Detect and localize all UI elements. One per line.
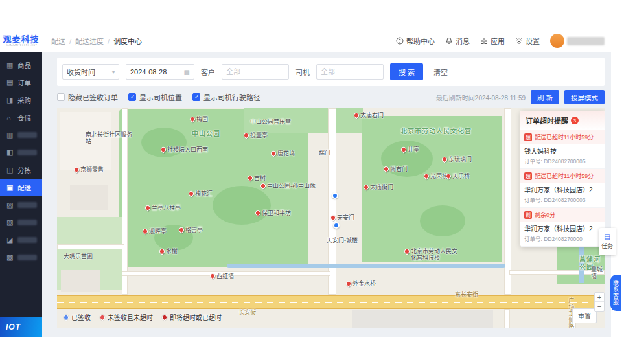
sidebar-item-label: 仓储 [17, 113, 31, 122]
breadcrumb-item[interactable]: 调度中心 [113, 36, 142, 46]
map-marker[interactable]: 光荣榜 [424, 173, 448, 179]
sidebar-item-label: 配送 [17, 183, 31, 192]
map-marker[interactable]: 东琉璃门 [442, 156, 472, 163]
task-float-button[interactable]: ▤ 任务 [599, 228, 616, 255]
clear-button[interactable]: 清空 [430, 66, 452, 78]
sorting-icon: ◫ [6, 166, 14, 174]
breadcrumb: 配送配送进度调度中心 [51, 36, 142, 46]
map-marker[interactable]: 投壶亭 [244, 132, 268, 139]
map-marker[interactable]: 格言亭 [179, 227, 203, 233]
map-reset-button[interactable]: 重置 [572, 308, 597, 323]
alert-time-row: 剩 剩余0分 [520, 208, 605, 222]
map-marker[interactable]: 天乐桥 [446, 173, 470, 179]
toolbar-checkbox[interactable]: 显示司机行驶路径 [192, 92, 260, 102]
map-marker[interactable]: 北京市劳动人民文化宫 [400, 128, 472, 135]
map-marker[interactable] [332, 192, 338, 199]
sidebar-item[interactable]: ▥ [0, 126, 42, 144]
map-marker[interactable]: 阙右门 [384, 166, 408, 172]
customer-input[interactable] [222, 64, 289, 80]
sidebar-item[interactable]: ◧ [0, 144, 42, 161]
map-marker[interactable]: 水榭 [159, 248, 178, 255]
map-marker[interactable]: 西红墙 [210, 273, 234, 279]
messages-button[interactable]: 消息 [445, 36, 470, 46]
map-marker-label: 中山公园音乐堂 [250, 119, 291, 125]
map-marker[interactable]: 井亭 [401, 146, 419, 153]
alert-item[interactable]: 超 配送已超时11小时59分 钱大妈科技 订单号: DD24082700005 [520, 130, 605, 169]
map-marker[interactable]: 天安门 [330, 214, 354, 221]
sidebar-item[interactable]: ▨ [0, 214, 42, 231]
alert-item[interactable]: 超 配送已超时11小时59分 华润万家（科技园店）2 订单号: DD240827… [520, 169, 605, 208]
map-pin-icon [445, 172, 452, 179]
alerts-panel-header: 订单超时提醒 3 [520, 111, 605, 130]
map-marker[interactable]: 南北长街社区服务站 [86, 131, 137, 145]
user-account[interactable] [550, 34, 605, 48]
map-marker-label: 梅园 [196, 116, 208, 122]
map-marker[interactable]: 中山公园 [192, 130, 220, 138]
map-marker[interactable]: 太庙街门 [364, 184, 393, 190]
alert-customer: 华润万家（科技园店）2 [520, 183, 605, 194]
map-marker[interactable]: 唐花坞 [271, 150, 295, 157]
map-marker[interactable]: 梅园 [190, 116, 208, 122]
map-marker[interactable]: 天安门-城楼 [327, 237, 358, 244]
alert-item[interactable]: 剩 剩余0分 华润万家（科技园店）2 订单号: DD2408270000 [520, 208, 605, 247]
sidebar-item[interactable]: ▧ [0, 196, 42, 214]
time-type-value: 收货时间 [67, 67, 95, 77]
toolbar-checkbox[interactable]: 隐藏已签收订单 [57, 92, 118, 102]
map-canvas[interactable]: 梅园 中山公园音乐堂 中山公园 太庙右门 [57, 108, 605, 328]
map-marker[interactable]: 东长安街 [455, 291, 478, 298]
map-pin-icon [332, 192, 338, 199]
map-pin-icon [144, 204, 151, 211]
map-marker[interactable]: 兰亭八柱亭 [145, 205, 181, 211]
contact-support-button[interactable]: 联系客服 [610, 275, 621, 311]
sidebar-item[interactable]: ◪ [0, 231, 42, 249]
date-picker[interactable]: 2024-08-28 ▦ [126, 64, 194, 80]
search-button[interactable]: 搜 索 [390, 63, 423, 80]
map-marker[interactable]: 中山公园音乐堂 [250, 119, 291, 125]
redacted-icon: ▥ [6, 131, 14, 139]
zoom-out-button[interactable]: − [595, 302, 604, 311]
sidebar-item-iot[interactable]: IOT [0, 317, 42, 337]
toolbar-checkbox[interactable]: 显示司机位置 [128, 92, 182, 102]
map-marker[interactable]: 中山公园-孙中山像 [260, 183, 316, 189]
sidebar-item[interactable]: ▦ 商品 [0, 56, 42, 74]
sidebar-item[interactable]: ◫ 分拣 [0, 161, 42, 179]
map-marker[interactable]: 太庙右门 [354, 112, 384, 119]
map-marker[interactable]: 京狮零售 [74, 166, 104, 173]
map-marker[interactable]: 北京市劳动人民文化宫科技楼 [404, 248, 463, 262]
time-type-select[interactable]: 收货时间 ▾ [62, 64, 119, 80]
sidebar-item[interactable]: ▣ 配送 [0, 179, 42, 196]
checkbox-icon [57, 93, 65, 101]
driver-input[interactable] [316, 64, 384, 80]
map-marker[interactable]: 大嘴乐苗圃 [64, 253, 93, 260]
sidebar-item-label [17, 150, 37, 155]
map-pin-icon [209, 272, 216, 279]
sidebar-item[interactable]: ▩ [0, 249, 42, 266]
map-marker[interactable]: 社稷坛入口西南 [161, 146, 208, 153]
breadcrumb-item[interactable]: 配送进度 [75, 36, 113, 46]
brand-logo[interactable]: 观麦科技 GUANMAITECHNOLOGY [0, 35, 42, 47]
map-pin-icon [259, 182, 266, 189]
messages-label: 消息 [456, 36, 470, 46]
purchase-icon: ◨ [6, 96, 14, 104]
map-marker[interactable]: 长安街 [238, 309, 256, 315]
sidebar-item[interactable]: ⌂ 仓储 [0, 109, 42, 126]
sidebar-item[interactable]: ▤ 订单 [0, 74, 42, 91]
map-marker[interactable]: 外金水桥 [346, 280, 376, 287]
settings-button[interactable]: 设置 [515, 36, 540, 46]
refresh-button[interactable]: 刷 新 [531, 90, 559, 104]
cast-mode-button[interactable]: 投屏模式 [564, 90, 605, 104]
map-marker[interactable] [333, 222, 340, 229]
breadcrumb-item[interactable]: 配送 [51, 36, 75, 46]
apps-button[interactable]: 应用 [480, 36, 505, 46]
map-marker[interactable]: 槐花汇 [189, 190, 213, 197]
map-pin-icon [246, 174, 253, 181]
warehouse-icon: ⌂ [6, 114, 14, 122]
map-marker[interactable]: 迎晖亭 [143, 228, 167, 234]
map-marker[interactable]: 保卫和平坊 [255, 210, 291, 216]
zoom-in-button[interactable]: + [595, 293, 604, 302]
map-marker[interactable]: 古树 [248, 175, 266, 181]
help-center-button[interactable]: 帮助中心 [396, 36, 435, 46]
map-marker[interactable]: 端门 [319, 150, 330, 156]
sidebar-item[interactable]: ◨ 采购 [0, 91, 42, 109]
map-marker[interactable]: 皇城墙 [591, 266, 605, 280]
